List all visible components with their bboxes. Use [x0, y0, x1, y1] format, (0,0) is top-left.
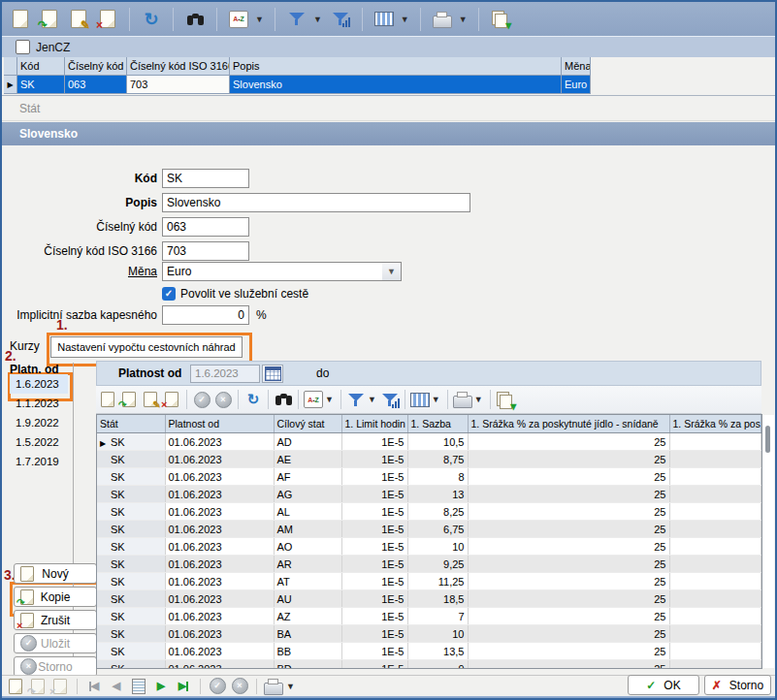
- columns-dropdown-caret[interactable]: ▼: [401, 15, 409, 24]
- column-header[interactable]: Stát: [97, 415, 165, 433]
- calendar-button[interactable]: [262, 365, 283, 383]
- column-header[interactable]: 1. Srážka % za pos: [669, 415, 761, 433]
- sort-dropdown-caret[interactable]: ▼: [255, 15, 264, 24]
- filter-dropdown-caret[interactable]: ▼: [313, 15, 322, 24]
- scrollbar-thumb[interactable]: [765, 426, 770, 453]
- mena-dropdown-button[interactable]: ▼: [382, 262, 402, 281]
- platnost-od-field[interactable]: 1.6.2023: [190, 365, 260, 383]
- storno-button[interactable]: ✗Storno: [704, 675, 771, 695]
- validity-item[interactable]: 1.6.2023: [10, 374, 68, 394]
- print-rows-icon[interactable]: [453, 389, 472, 410]
- last-record-icon[interactable]: ▶: [174, 676, 193, 697]
- column-header[interactable]: Platnost od: [165, 415, 274, 433]
- table-row[interactable]: SK01.06.2023BD1E-5925: [97, 660, 761, 670]
- sort-rows-icon[interactable]: A-Z: [304, 389, 323, 410]
- new-row-icon[interactable]: [98, 389, 117, 410]
- kopie-button[interactable]: ↷Kopie: [14, 587, 97, 607]
- column-header[interactable]: 1. Sazba: [407, 415, 468, 433]
- footer-confirm-icon[interactable]: ✓: [208, 676, 227, 697]
- footer-cancel-icon[interactable]: ×: [230, 676, 249, 697]
- export-rows-icon[interactable]: ▾: [496, 389, 515, 410]
- filter-icon[interactable]: [284, 7, 309, 32]
- filter-rows-icon[interactable]: [346, 389, 366, 410]
- scrollbar-track[interactable]: [762, 415, 774, 668]
- columns-rows-icon[interactable]: [410, 389, 430, 410]
- storno-side-button[interactable]: ×Storno: [14, 656, 97, 677]
- previous-record-icon[interactable]: ◀: [107, 676, 126, 697]
- footer-print-caret[interactable]: ▼: [286, 682, 295, 691]
- filter-rows-caret[interactable]: ▼: [368, 395, 376, 404]
- sort-rows-caret[interactable]: ▼: [325, 395, 334, 404]
- edit-row-icon[interactable]: ✎: [141, 389, 160, 410]
- footer-new-icon[interactable]: [6, 676, 25, 697]
- cancel-icon[interactable]: ×: [213, 389, 233, 410]
- export-icon[interactable]: ▾: [488, 7, 513, 32]
- column-header[interactable]: Číselný kód: [65, 57, 127, 76]
- jencz-checkbox[interactable]: [16, 40, 30, 54]
- edit-record-icon[interactable]: ✎: [66, 7, 91, 32]
- record-list-icon[interactable]: [129, 676, 148, 697]
- tab-nastaveni-nahrad[interactable]: Nastavení vypočtu cestovních náhrad: [50, 336, 243, 358]
- column-header[interactable]: Popis: [230, 57, 562, 76]
- confirm-icon[interactable]: ✓: [192, 389, 211, 410]
- ok-button[interactable]: ✓OK: [628, 675, 699, 695]
- ulozit-button[interactable]: ✓Uložit: [14, 633, 97, 653]
- sort-az-icon[interactable]: A-Z: [226, 7, 251, 32]
- column-header[interactable]: 1. Limit hodin: [341, 415, 407, 433]
- novy-button[interactable]: Nový: [14, 563, 97, 584]
- delete-record-icon[interactable]: ×: [95, 7, 120, 32]
- print-icon[interactable]: [430, 7, 455, 32]
- popis-field[interactable]: Slovensko: [162, 193, 470, 212]
- mena-label[interactable]: Měna: [4, 262, 157, 281]
- povolit-checkbox[interactable]: ✓: [162, 287, 176, 301]
- table-row[interactable]: SK01.06.2023AT1E-511,2525: [97, 573, 761, 590]
- country-grid-selected-row[interactable]: ▶ SK 063 703 Slovensko Euro: [4, 76, 591, 94]
- table-row[interactable]: SK01.06.2023BA1E-51025: [97, 625, 761, 643]
- copy-row-icon[interactable]: ↷: [119, 389, 139, 410]
- table-row[interactable]: ▶SK01.06.2023AD1E-510,525: [97, 433, 761, 451]
- column-header[interactable]: Kód: [17, 57, 65, 76]
- table-row[interactable]: SK01.06.2023AR1E-59,2525: [97, 556, 761, 573]
- column-header[interactable]: Cílový stat: [274, 415, 341, 433]
- next-record-icon[interactable]: ▶: [151, 676, 171, 697]
- new-record-icon[interactable]: [8, 7, 33, 32]
- table-row[interactable]: SK01.06.2023AU1E-518,525: [97, 590, 761, 608]
- column-header[interactable]: Číselný kód ISO 3166: [127, 57, 230, 76]
- table-row[interactable]: SK01.06.2023AG1E-51325: [97, 486, 761, 503]
- footer-print-icon[interactable]: [264, 676, 283, 697]
- filter-chart-icon[interactable]: [328, 7, 353, 32]
- table-row[interactable]: SK01.06.2023AZ1E-5725: [97, 608, 761, 625]
- delete-row-icon[interactable]: ×: [162, 389, 181, 410]
- columns-rows-caret[interactable]: ▼: [432, 395, 440, 404]
- column-header[interactable]: 1. Srážka % za poskytnuté jídlo - snídan…: [468, 415, 669, 433]
- refresh-rows-icon[interactable]: ↻: [243, 389, 263, 410]
- footer-delete-icon[interactable]: ×: [50, 676, 70, 697]
- filter-rows-chart-icon[interactable]: [380, 389, 400, 410]
- table-row[interactable]: SK01.06.2023AO1E-51025: [97, 538, 761, 556]
- copy-record-icon[interactable]: ↷: [37, 7, 62, 32]
- first-record-icon[interactable]: ◀: [84, 676, 104, 697]
- iso-field[interactable]: 703: [162, 241, 249, 261]
- refresh-icon[interactable]: ↻: [139, 7, 164, 32]
- table-row[interactable]: SK01.06.2023BB1E-513,525: [97, 643, 761, 660]
- zrusit-button[interactable]: ×Zrušit: [14, 610, 97, 630]
- footer-copy-icon[interactable]: ↷: [28, 676, 48, 697]
- validity-item[interactable]: 1.1.2023: [10, 394, 68, 413]
- table-row[interactable]: SK01.06.2023AL1E-58,2525: [97, 503, 761, 521]
- column-header[interactable]: Měna: [562, 57, 591, 76]
- print-dropdown-caret[interactable]: ▼: [459, 15, 468, 24]
- mena-combo[interactable]: Euro: [162, 262, 383, 281]
- search-rows-icon[interactable]: [274, 389, 293, 410]
- print-rows-caret[interactable]: ▼: [474, 395, 483, 404]
- validity-item[interactable]: 1.9.2022: [10, 413, 68, 432]
- columns-icon[interactable]: [372, 7, 397, 32]
- table-row[interactable]: SK01.06.2023AM1E-56,7525: [97, 521, 761, 538]
- sazba-field[interactable]: 0: [162, 305, 249, 325]
- search-icon[interactable]: [182, 7, 208, 32]
- table-row[interactable]: SK01.06.2023AE1E-58,7525: [97, 451, 761, 468]
- validity-item[interactable]: 1.7.2019: [10, 452, 68, 471]
- validity-item[interactable]: 1.5.2022: [10, 432, 68, 452]
- kod-field[interactable]: SK: [162, 169, 249, 188]
- ciselny-kod-field[interactable]: 063: [162, 217, 249, 237]
- table-row[interactable]: SK01.06.2023AF1E-5825: [97, 468, 761, 486]
